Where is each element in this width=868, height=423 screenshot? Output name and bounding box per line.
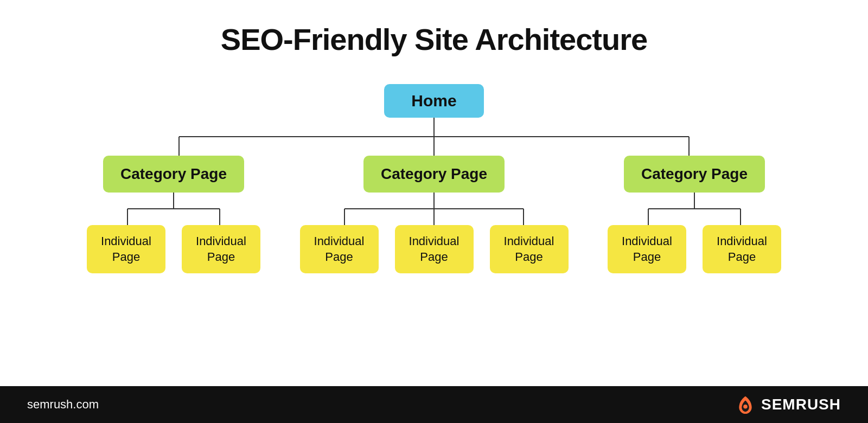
tree-diagram: Home Category Page	[33, 84, 835, 273]
semrush-icon	[735, 394, 756, 415]
footer: semrush.com SEMRUSH	[0, 386, 868, 423]
level2-connector-1	[87, 193, 260, 225]
level2-connector-3	[608, 193, 781, 225]
category-node-2: Category Page	[363, 156, 505, 193]
home-node: Home	[384, 84, 483, 118]
category-branch-3: Category Page IndividualPage	[608, 156, 781, 273]
individual-node-2-1: IndividualPage	[300, 225, 379, 273]
level1-connector	[108, 118, 760, 156]
category-branch-2: Category Page	[300, 156, 569, 273]
semrush-brand-text: SEMRUSH	[761, 396, 841, 413]
individual-node-3-2: IndividualPage	[703, 225, 781, 273]
category-node-3: Category Page	[624, 156, 765, 193]
category-branch-1: Category Page IndividualPage	[87, 156, 260, 273]
individual-node-1-2: IndividualPage	[182, 225, 260, 273]
category-row: Category Page IndividualPage	[87, 156, 781, 273]
main-content: SEO-Friendly Site Architecture Home	[0, 0, 868, 386]
individual-node-2-2: IndividualPage	[395, 225, 474, 273]
individual-node-1-1: IndividualPage	[87, 225, 165, 273]
footer-url: semrush.com	[27, 398, 99, 412]
individual-node-2-3: IndividualPage	[490, 225, 569, 273]
individual-node-3-1: IndividualPage	[608, 225, 686, 273]
category-node-1: Category Page	[103, 156, 244, 193]
page-title: SEO-Friendly Site Architecture	[221, 22, 647, 57]
svg-point-18	[743, 405, 748, 409]
individual-row-3: IndividualPage IndividualPage	[608, 225, 781, 273]
individual-row-1: IndividualPage IndividualPage	[87, 225, 260, 273]
level2-connector-2	[304, 193, 564, 225]
semrush-logo: SEMRUSH	[735, 394, 841, 415]
individual-row-2: IndividualPage IndividualPage Individual…	[300, 225, 569, 273]
